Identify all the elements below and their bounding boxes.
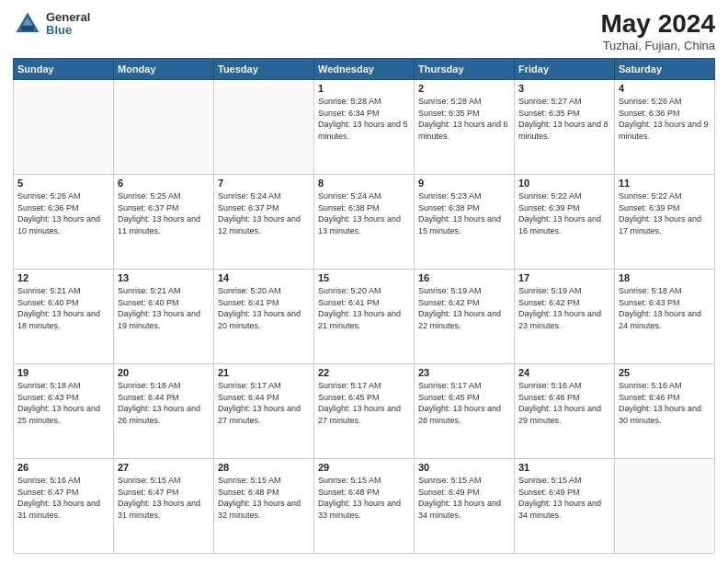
day-info: Sunrise: 5:25 AM Sunset: 6:37 PM Dayligh…	[118, 190, 210, 236]
day-number: 29	[318, 462, 410, 473]
col-friday: Friday	[515, 59, 615, 80]
col-sunday: Sunday	[14, 59, 114, 80]
day-info: Sunrise: 5:16 AM Sunset: 6:46 PM Dayligh…	[619, 380, 711, 426]
day-number: 23	[418, 367, 510, 378]
calendar-cell	[214, 80, 314, 175]
logo-general-label: General	[46, 11, 90, 24]
day-info: Sunrise: 5:20 AM Sunset: 6:41 PM Dayligh…	[218, 285, 310, 331]
calendar-title: May 2024	[600, 9, 715, 39]
day-number: 19	[17, 367, 109, 378]
col-saturday: Saturday	[615, 59, 715, 80]
calendar-cell: 9Sunrise: 5:23 AM Sunset: 6:38 PM Daylig…	[415, 175, 515, 270]
day-info: Sunrise: 5:18 AM Sunset: 6:43 PM Dayligh…	[17, 380, 109, 426]
day-number: 18	[619, 272, 711, 283]
day-number: 13	[118, 272, 210, 283]
day-info: Sunrise: 5:16 AM Sunset: 6:47 PM Dayligh…	[17, 475, 109, 521]
day-info: Sunrise: 5:19 AM Sunset: 6:42 PM Dayligh…	[418, 285, 510, 331]
calendar-cell: 16Sunrise: 5:19 AM Sunset: 6:42 PM Dayli…	[415, 270, 515, 364]
day-number: 2	[418, 83, 510, 94]
calendar-cell: 2Sunrise: 5:28 AM Sunset: 6:35 PM Daylig…	[415, 80, 515, 175]
day-number: 3	[518, 83, 610, 94]
day-number: 6	[118, 178, 210, 189]
day-info: Sunrise: 5:15 AM Sunset: 6:48 PM Dayligh…	[318, 475, 410, 521]
day-info: Sunrise: 5:19 AM Sunset: 6:42 PM Dayligh…	[518, 285, 610, 331]
day-info: Sunrise: 5:21 AM Sunset: 6:40 PM Dayligh…	[17, 285, 109, 331]
day-number: 7	[218, 178, 310, 189]
logo-icon	[13, 9, 42, 39]
calendar-subtitle: Tuzhai, Fujian, China	[600, 39, 715, 52]
day-info: Sunrise: 5:28 AM Sunset: 6:35 PM Dayligh…	[418, 96, 510, 142]
day-info: Sunrise: 5:27 AM Sunset: 6:35 PM Dayligh…	[518, 96, 610, 142]
day-info: Sunrise: 5:17 AM Sunset: 6:45 PM Dayligh…	[318, 380, 410, 426]
calendar-cell: 15Sunrise: 5:20 AM Sunset: 6:41 PM Dayli…	[314, 270, 415, 364]
calendar-cell	[615, 459, 715, 554]
day-info: Sunrise: 5:26 AM Sunset: 6:36 PM Dayligh…	[619, 96, 711, 142]
calendar-cell: 27Sunrise: 5:15 AM Sunset: 6:47 PM Dayli…	[114, 459, 214, 554]
calendar-cell: 31Sunrise: 5:15 AM Sunset: 6:49 PM Dayli…	[515, 459, 615, 554]
calendar-table: Sunday Monday Tuesday Wednesday Thursday…	[13, 58, 715, 554]
day-number: 8	[318, 178, 410, 189]
day-info: Sunrise: 5:24 AM Sunset: 6:37 PM Dayligh…	[218, 190, 310, 236]
logo-blue-label: Blue	[46, 24, 90, 37]
calendar-week-2: 5Sunrise: 5:26 AM Sunset: 6:36 PM Daylig…	[14, 175, 715, 270]
calendar-week-5: 26Sunrise: 5:16 AM Sunset: 6:47 PM Dayli…	[14, 459, 715, 554]
calendar-week-4: 19Sunrise: 5:18 AM Sunset: 6:43 PM Dayli…	[14, 364, 715, 459]
day-info: Sunrise: 5:15 AM Sunset: 6:49 PM Dayligh…	[518, 475, 610, 521]
calendar-cell: 19Sunrise: 5:18 AM Sunset: 6:43 PM Dayli…	[14, 364, 114, 459]
day-number: 24	[518, 367, 610, 378]
day-info: Sunrise: 5:16 AM Sunset: 6:46 PM Dayligh…	[518, 380, 610, 426]
col-thursday: Thursday	[415, 59, 515, 80]
col-monday: Monday	[114, 59, 214, 80]
calendar-cell: 17Sunrise: 5:19 AM Sunset: 6:42 PM Dayli…	[515, 270, 615, 364]
calendar-cell: 8Sunrise: 5:24 AM Sunset: 6:38 PM Daylig…	[314, 175, 415, 270]
day-number: 30	[418, 462, 510, 473]
calendar-cell: 21Sunrise: 5:17 AM Sunset: 6:44 PM Dayli…	[214, 364, 314, 459]
day-info: Sunrise: 5:15 AM Sunset: 6:47 PM Dayligh…	[118, 475, 210, 521]
day-number: 16	[418, 272, 510, 283]
calendar-cell: 28Sunrise: 5:15 AM Sunset: 6:48 PM Dayli…	[214, 459, 314, 554]
calendar-cell: 20Sunrise: 5:18 AM Sunset: 6:44 PM Dayli…	[114, 364, 214, 459]
day-number: 14	[218, 272, 310, 283]
logo-text: General Blue	[46, 11, 90, 38]
title-block: May 2024 Tuzhai, Fujian, China	[600, 9, 715, 52]
day-info: Sunrise: 5:26 AM Sunset: 6:36 PM Dayligh…	[17, 190, 109, 236]
calendar-cell: 29Sunrise: 5:15 AM Sunset: 6:48 PM Dayli…	[314, 459, 415, 554]
col-tuesday: Tuesday	[214, 59, 314, 80]
calendar-cell: 7Sunrise: 5:24 AM Sunset: 6:37 PM Daylig…	[214, 175, 314, 270]
day-number: 25	[619, 367, 711, 378]
col-wednesday: Wednesday	[314, 59, 415, 80]
day-number: 31	[518, 462, 610, 473]
day-number: 17	[518, 272, 610, 283]
day-info: Sunrise: 5:23 AM Sunset: 6:38 PM Dayligh…	[418, 190, 510, 236]
day-info: Sunrise: 5:15 AM Sunset: 6:48 PM Dayligh…	[218, 475, 310, 521]
day-info: Sunrise: 5:24 AM Sunset: 6:38 PM Dayligh…	[318, 190, 410, 236]
calendar-cell: 3Sunrise: 5:27 AM Sunset: 6:35 PM Daylig…	[515, 80, 615, 175]
day-info: Sunrise: 5:21 AM Sunset: 6:40 PM Dayligh…	[118, 285, 210, 331]
calendar-cell: 6Sunrise: 5:25 AM Sunset: 6:37 PM Daylig…	[114, 175, 214, 270]
day-info: Sunrise: 5:18 AM Sunset: 6:43 PM Dayligh…	[619, 285, 711, 331]
calendar-cell: 22Sunrise: 5:17 AM Sunset: 6:45 PM Dayli…	[314, 364, 415, 459]
day-number: 1	[318, 83, 410, 94]
calendar-cell: 26Sunrise: 5:16 AM Sunset: 6:47 PM Dayli…	[14, 459, 114, 554]
calendar-week-1: 1Sunrise: 5:28 AM Sunset: 6:34 PM Daylig…	[14, 80, 715, 175]
day-number: 28	[218, 462, 310, 473]
day-number: 11	[619, 178, 711, 189]
day-info: Sunrise: 5:18 AM Sunset: 6:44 PM Dayligh…	[118, 380, 210, 426]
svg-rect-2	[21, 26, 34, 30]
header: General Blue May 2024 Tuzhai, Fujian, Ch…	[13, 9, 715, 52]
calendar-cell: 14Sunrise: 5:20 AM Sunset: 6:41 PM Dayli…	[214, 270, 314, 364]
page: General Blue May 2024 Tuzhai, Fujian, Ch…	[0, 0, 728, 563]
calendar-cell: 24Sunrise: 5:16 AM Sunset: 6:46 PM Dayli…	[515, 364, 615, 459]
day-info: Sunrise: 5:20 AM Sunset: 6:41 PM Dayligh…	[318, 285, 410, 331]
day-number: 9	[418, 178, 510, 189]
day-number: 5	[17, 178, 109, 189]
calendar-cell: 12Sunrise: 5:21 AM Sunset: 6:40 PM Dayli…	[14, 270, 114, 364]
day-number: 4	[619, 83, 711, 94]
calendar-cell: 30Sunrise: 5:15 AM Sunset: 6:49 PM Dayli…	[415, 459, 515, 554]
calendar-cell: 1Sunrise: 5:28 AM Sunset: 6:34 PM Daylig…	[314, 80, 415, 175]
day-info: Sunrise: 5:17 AM Sunset: 6:45 PM Dayligh…	[418, 380, 510, 426]
day-number: 21	[218, 367, 310, 378]
calendar-cell: 5Sunrise: 5:26 AM Sunset: 6:36 PM Daylig…	[14, 175, 114, 270]
calendar-cell: 18Sunrise: 5:18 AM Sunset: 6:43 PM Dayli…	[615, 270, 715, 364]
logo: General Blue	[13, 9, 90, 39]
